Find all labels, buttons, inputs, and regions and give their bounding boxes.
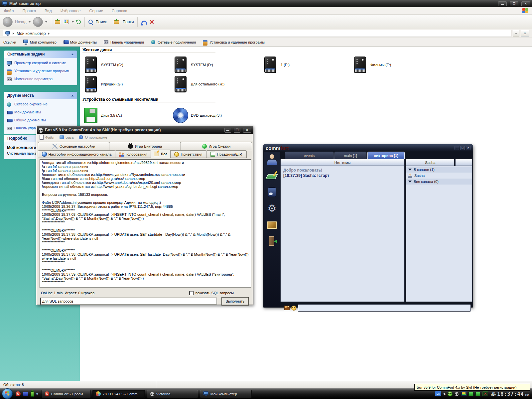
tab-main-channel[interactable]: main [1] [334, 152, 366, 159]
tab-holidays[interactable]: Праздники/Д.Р. [206, 150, 247, 158]
close-button[interactable]: ✕ [521, 1, 530, 6]
quicklaunch-display-icon[interactable] [23, 392, 28, 396]
drive-c[interactable]: SYSTEM (C:) [82, 55, 172, 74]
drive-e[interactable]: 1 (E:) [262, 55, 352, 74]
whiteboard-icon[interactable] [266, 170, 278, 182]
drive-h[interactable]: Для остального (H:) [172, 74, 262, 94]
minimize-button[interactable]: ▬ [498, 1, 507, 6]
tab-events[interactable]: events [285, 152, 333, 159]
taskbar-button-connection[interactable]: 78.111.247.5 - Comm... [92, 390, 145, 398]
tab-log[interactable]: Лог [151, 150, 171, 158]
address-dropdown-button[interactable] [513, 30, 519, 37]
tray-collapse-chevron[interactable]: < [443, 392, 446, 396]
sql-checkbox[interactable] [189, 291, 194, 295]
bot-maximize-button[interactable]: ❐ [234, 128, 240, 133]
userlist-header-extra[interactable] [455, 159, 472, 166]
bot-titlebar[interactable]: Бот v5.9 for CommFort 4.x by Skif (Не тр… [37, 126, 253, 134]
task-add-remove-programs[interactable]: Установка и удаление программ [7, 69, 74, 74]
views-button[interactable] [64, 19, 69, 25]
refresh-button[interactable] [76, 20, 81, 24]
link-my-computer[interactable]: Мой компьютер [23, 40, 57, 45]
exit-door-icon[interactable] [266, 235, 278, 247]
forward-button[interactable]: → [33, 17, 43, 27]
emoticon-icon[interactable] [291, 306, 296, 311]
sql-query-input[interactable] [40, 298, 217, 305]
language-indicator[interactable]: EN [435, 391, 441, 396]
collapse-icon[interactable] [71, 54, 74, 55]
group-in-channel[interactable]: В канале (1) [406, 167, 472, 173]
tab-quiz-game[interactable]: Игра Викторина [109, 142, 181, 150]
log-output[interactable]: !погода тип:all обновлятся из:http://inf… [40, 159, 251, 288]
tab-main-settings[interactable]: Основные настройки [38, 142, 109, 150]
task-view-system-info[interactable]: Просмотр сведений о системе [7, 61, 74, 66]
settings-gear-icon[interactable]: ⚙ [266, 202, 278, 214]
profile-icon[interactable] [266, 154, 278, 166]
folders-label[interactable]: Папки [123, 20, 134, 24]
explorer-titlebar[interactable]: Мой компьютер ▬ ❐ ✕ [0, 0, 532, 7]
other-places-header[interactable]: Другие места [4, 92, 77, 99]
user-row-sasha[interactable]: Sasha [406, 173, 472, 179]
search-icon[interactable] [88, 20, 93, 24]
link-add-remove-programs[interactable]: Установка и удаление программ [202, 40, 264, 45]
cf-minimize-button[interactable]: – [455, 146, 459, 150]
messages-icon[interactable] [266, 186, 278, 198]
bot-menu-about[interactable]: i О программе [79, 135, 107, 139]
menu-help[interactable]: Справка [112, 9, 127, 13]
menu-view[interactable]: Вид [45, 9, 52, 13]
menu-tools[interactable]: Сервис [89, 9, 103, 13]
menu-favorites[interactable]: Избранное [61, 9, 81, 13]
tray-commfort-send-icon[interactable] [461, 391, 466, 396]
sql-checkbox-label[interactable]: показать SQL запросы [196, 291, 234, 295]
chat-input[interactable] [298, 304, 471, 312]
tab-greetings[interactable]: Приветствия [170, 150, 206, 158]
search-label[interactable]: Поиск [95, 20, 106, 24]
commfort-titlebar[interactable]: commfort – □ ✕ [263, 144, 473, 152]
tray-bot-icon[interactable] [455, 392, 459, 396]
link-network-connections[interactable]: Сетевые подключения [151, 40, 196, 45]
files-folder-icon[interactable] [266, 219, 278, 231]
drive-a[interactable]: Диск 3,5 (A:) [82, 105, 172, 126]
restore-button[interactable]: ❐ [510, 1, 518, 6]
taskbar-button-commfort-view[interactable]: C CommFort • Просмотр... [42, 390, 91, 398]
cf-maximize-button[interactable]: □ [460, 146, 465, 150]
drive-g[interactable]: Игрушки (G:) [82, 74, 172, 94]
tray-smiley-icon[interactable] [448, 391, 453, 396]
drive-f[interactable]: Фильмы (F:) [352, 55, 442, 74]
bot-close-button[interactable]: X [243, 128, 251, 133]
up-button[interactable] [55, 19, 62, 25]
back-dropdown-icon[interactable] [29, 21, 31, 23]
forward-dropdown-icon[interactable] [45, 21, 47, 23]
link-control-panel[interactable]: Панель управления [103, 40, 144, 45]
drive-d[interactable]: SYSTEM (D:) [172, 55, 262, 74]
menu-file[interactable]: Файл [4, 9, 14, 13]
tab-votes[interactable]: Голосования [115, 150, 151, 158]
cf-close-button[interactable]: ✕ [466, 146, 470, 150]
menu-edit[interactable]: Правка [23, 9, 36, 13]
group-out-channel[interactable]: Вне канала (0) [406, 179, 472, 185]
taskbar-button-victorina[interactable]: Victorina [147, 390, 198, 398]
tray-network-icon[interactable] [468, 392, 473, 396]
delete-button[interactable]: × [149, 18, 154, 26]
views-dropdown-icon[interactable] [72, 21, 74, 23]
quicklaunch-commfort-icon[interactable]: C [16, 391, 21, 396]
place-my-documents[interactable]: Мои документы [7, 110, 74, 115]
bot-minimize-button[interactable]: ▬ [224, 128, 231, 133]
quicklaunch-overflow-chevron[interactable]: » [36, 392, 39, 396]
link-my-documents[interactable]: Мои документы [63, 40, 97, 45]
collapse-icon[interactable] [71, 95, 74, 96]
collapse-triangle-icon[interactable] [408, 181, 412, 183]
bot-menu-file[interactable]: Файл [40, 135, 54, 140]
go-button[interactable]: » [521, 30, 529, 37]
address-field[interactable]: Мой компьютер [3, 30, 511, 37]
insert-image-icon[interactable] [284, 306, 290, 310]
userlist-header[interactable]: Sasha [406, 159, 455, 166]
tab-info-channel[interactable]: Настройки информационного канала [38, 150, 115, 158]
tray-error-icon[interactable]: × [482, 391, 488, 396]
system-tasks-header[interactable]: Системные задачи [4, 51, 77, 58]
back-button[interactable]: ← [3, 17, 13, 27]
tray-network-icon[interactable] [475, 392, 480, 396]
place-network[interactable]: Сетевое окружение [7, 102, 74, 107]
undo-button[interactable] [141, 21, 147, 25]
bot-menu-database[interactable]: База [60, 135, 73, 139]
task-change-setting[interactable]: Изменение параметра [7, 77, 74, 82]
